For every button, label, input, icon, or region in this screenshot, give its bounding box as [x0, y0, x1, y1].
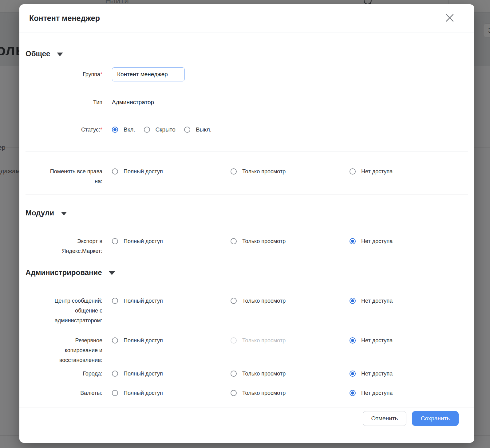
row-label: Поменять все права на:: [19, 167, 102, 186]
status-option-off[interactable]: Выкл.: [184, 126, 211, 133]
option-full-access[interactable]: Полный доступ: [112, 337, 163, 344]
radio-icon[interactable]: [231, 168, 237, 175]
option-view-only-disabled: Только просмотр: [231, 337, 286, 344]
section-heading-administration: Администрирование: [26, 268, 115, 277]
radio-icon[interactable]: [231, 238, 237, 244]
radio-selected-icon[interactable]: [112, 127, 118, 133]
radio-icon[interactable]: [231, 390, 237, 396]
option-no-access[interactable]: Нет доступа: [350, 390, 393, 396]
radio-icon[interactable]: [231, 298, 237, 304]
option-no-access[interactable]: Нет доступа: [350, 298, 393, 304]
close-icon[interactable]: [445, 13, 455, 23]
divider: [26, 151, 468, 151]
radio-icon[interactable]: [112, 337, 118, 344]
group-name-input[interactable]: [112, 67, 185, 81]
type-label: Тип: [19, 98, 102, 106]
group-label: Группа*: [19, 69, 102, 79]
radio-selected-icon[interactable]: [350, 337, 356, 344]
status-option-on[interactable]: Вкл.: [112, 126, 135, 133]
radio-icon[interactable]: [350, 168, 356, 175]
row-label: Экспорт в Яндекс.Маркет:: [19, 236, 102, 256]
option-full-access[interactable]: Полный доступ: [112, 168, 163, 175]
radio-selected-icon[interactable]: [350, 390, 356, 396]
group-permissions-dialog: Контент менеджер Общее Группа* Тип Админ…: [19, 4, 474, 443]
radio-icon[interactable]: [112, 371, 118, 377]
section-caret-icon[interactable]: [61, 212, 67, 215]
row-label: Резервное копирование и восстановление:: [19, 336, 102, 365]
divider: [26, 195, 468, 195]
dialog-title: Контент менеджер: [29, 14, 100, 23]
option-view-only[interactable]: Только просмотр: [231, 298, 286, 304]
option-no-access[interactable]: Нет доступа: [350, 168, 393, 175]
radio-selected-icon[interactable]: [350, 238, 356, 244]
option-full-access[interactable]: Полный доступ: [112, 390, 163, 396]
required-asterisk: *: [100, 71, 102, 77]
radio-icon[interactable]: [112, 238, 118, 244]
row-label: Центр сообщений: общение с администратор…: [19, 296, 102, 325]
status-label: Статус:*: [19, 125, 102, 135]
required-asterisk: *: [100, 127, 102, 133]
type-value: Администратор: [112, 98, 154, 106]
option-view-only[interactable]: Только просмотр: [231, 371, 286, 377]
radio-selected-icon[interactable]: [350, 371, 356, 377]
row-label: Валюты:: [19, 388, 102, 398]
option-full-access[interactable]: Полный доступ: [112, 371, 163, 377]
status-option-hidden[interactable]: Скрыто: [144, 126, 176, 133]
radio-icon[interactable]: [231, 371, 237, 377]
radio-icon[interactable]: [112, 168, 118, 175]
screen: Найти оль ер одажам З Контент менеджер: [0, 0, 490, 448]
radio-selected-icon[interactable]: [350, 298, 356, 304]
option-full-access[interactable]: Полный доступ: [112, 298, 163, 304]
radio-icon[interactable]: [112, 298, 118, 304]
option-view-only[interactable]: Только просмотр: [231, 238, 286, 244]
cancel-button[interactable]: Отменить: [363, 411, 406, 426]
section-caret-icon[interactable]: [57, 53, 63, 56]
option-full-access[interactable]: Полный доступ: [112, 238, 163, 244]
save-button[interactable]: Сохранить: [412, 411, 459, 426]
option-no-access[interactable]: Нет доступа: [350, 337, 393, 344]
option-no-access[interactable]: Нет доступа: [350, 238, 393, 244]
option-no-access[interactable]: Нет доступа: [350, 371, 393, 377]
option-view-only[interactable]: Только просмотр: [231, 390, 286, 396]
status-radio-group: Вкл. Скрыто Выкл.: [112, 126, 211, 133]
radio-icon[interactable]: [144, 127, 150, 133]
section-caret-icon[interactable]: [109, 271, 115, 275]
radio-icon[interactable]: [184, 127, 190, 133]
option-view-only[interactable]: Только просмотр: [231, 168, 286, 175]
radio-icon[interactable]: [112, 390, 118, 396]
section-heading-general: Общее: [26, 49, 63, 58]
row-label: Города:: [19, 369, 102, 379]
radio-disabled-icon: [231, 337, 237, 344]
dialog-header: Контент менеджер: [19, 4, 474, 33]
section-heading-modules: Модули: [26, 208, 67, 218]
divider: [19, 407, 474, 407]
